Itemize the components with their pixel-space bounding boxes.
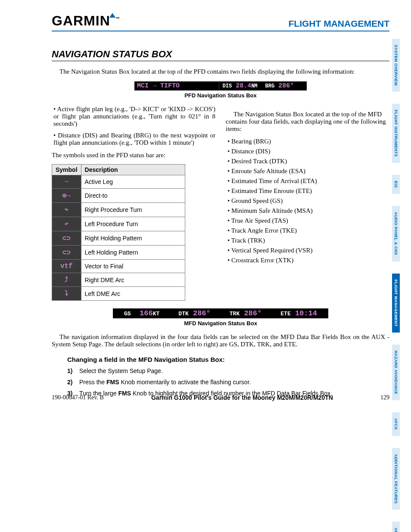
left-column: Active flight plan leg (e.g., 'D-> KICT'…	[52, 106, 215, 301]
tab-flight-management[interactable]: FLIGHT MANAGEMENT	[392, 274, 400, 333]
list-item: Ground Speed (GS)	[227, 197, 389, 205]
mfd-status-bar: GS 166KT DTK 286° TRK 286° ETE 10:14	[113, 308, 328, 318]
procedure-title: Changing a field in the MFD Navigation S…	[67, 356, 389, 363]
table-row: vtfVector to Final	[52, 260, 185, 273]
page-footer: 190-00647-01 Rev. B Garmin G1000 Pilot's…	[52, 394, 389, 401]
symbol-table: SymbolDescription →Active Leg ⊕→Direct-t…	[52, 164, 185, 301]
pfd-status-bar: MCI → TIFTO DIS 28.4NM BRG 286°	[134, 81, 307, 90]
body-para: The navigation information displayed in …	[52, 333, 389, 348]
table-row: →Active Leg	[52, 175, 185, 189]
section-title: FLIGHT MANAGEMENT	[289, 19, 389, 29]
page-title: NAVIGATION STATUS BOX	[52, 49, 389, 61]
side-tabs: SYSTEM OVERVIEW FLIGHT INSTRUMENTS EIS A…	[392, 39, 411, 532]
doc-title: Garmin G1000 Pilot's Guide for the Moone…	[151, 394, 333, 401]
table-row: ⤵Left DME Arc	[52, 287, 185, 301]
page-number: 129	[380, 394, 389, 401]
list-item: True Air Speed (TAS)	[227, 217, 389, 224]
doc-rev: 190-00647-01 Rev. B	[52, 394, 104, 401]
list-item: Active flight plan leg (e.g., 'D-> KICT'…	[53, 106, 215, 128]
tab-system-overview[interactable]: SYSTEM OVERVIEW	[392, 39, 400, 92]
tab-hazard-avoidance[interactable]: HAZARD AVOIDANCE	[392, 345, 400, 401]
table-row: ↷Right Procedure Turn	[52, 203, 185, 217]
tab-appendices[interactable]: APPENDICES	[392, 522, 400, 532]
intro-text: The Navigation Status Box located at the…	[52, 68, 389, 75]
right-column: The Navigation Status Box located at the…	[226, 106, 389, 301]
list-item: Vertical Speed Required (VSR)	[227, 247, 389, 254]
list-item: Estimated Time Enroute (ETE)	[227, 187, 389, 195]
table-row: ↶Left Procedure Turn	[52, 217, 185, 231]
list-item: Distance (DIS) and Bearing (BRG) to the …	[53, 132, 215, 146]
list-item: Estimated Time of Arrival (ETA)	[227, 177, 389, 185]
list-item: Desired Track (DTK)	[227, 158, 389, 165]
pfd-caption: PFD Navigation Status Box	[52, 92, 389, 99]
list-item: Enroute Safe Altitude (ESA)	[227, 168, 389, 175]
list-item: Distance (DIS)	[227, 148, 389, 155]
table-row: ⊂⊃Right Holding Pattern	[52, 231, 185, 246]
page-header: GARMIN™ FLIGHT MANAGEMENT	[52, 13, 389, 31]
mfd-caption: MFD Navigation Status Box	[52, 320, 389, 327]
list-item: Track (TRK)	[227, 237, 389, 244]
tab-audio-panel-cns[interactable]: AUDIO PANEL & CNS	[392, 206, 400, 261]
tab-flight-instruments[interactable]: FLIGHT INSTRUMENTS	[392, 104, 400, 163]
garmin-logo: GARMIN™	[52, 13, 120, 29]
procedure-steps: 1)Select the System Setup Page. 2)Press …	[67, 367, 389, 397]
table-row: ⊂⊃Left Holding Pattern	[52, 246, 185, 260]
step-item: 1)Select the System Setup Page.	[67, 367, 389, 374]
tab-afcs[interactable]: AFCS	[392, 412, 400, 436]
table-row: ⊕→Direct-to	[52, 189, 185, 203]
step-item: 2)Press the FMS Knob momentarily to acti…	[67, 379, 389, 386]
list-item: Minimum Safe Altitude (MSA)	[227, 207, 389, 215]
left-para: The symbols used in the PFD status bar a…	[52, 152, 215, 159]
tab-additional-features[interactable]: ADDITIONAL FEATURES	[392, 448, 400, 510]
right-intro: The Navigation Status Box located at the…	[226, 111, 389, 133]
table-row: ⤴Right DME Arc	[52, 273, 185, 287]
list-item: Bearing (BRG)	[227, 138, 389, 145]
list-item: Track Angle Error (TKE)	[227, 227, 389, 234]
list-item: Crosstrack Error (XTK)	[227, 257, 389, 264]
tab-eis[interactable]: EIS	[392, 175, 400, 194]
